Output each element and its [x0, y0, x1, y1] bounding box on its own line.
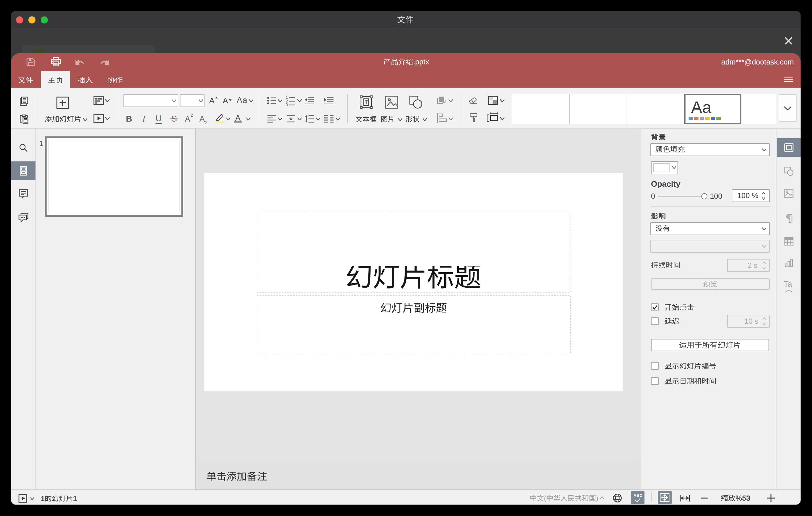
- svg-text:3: 3: [286, 103, 288, 106]
